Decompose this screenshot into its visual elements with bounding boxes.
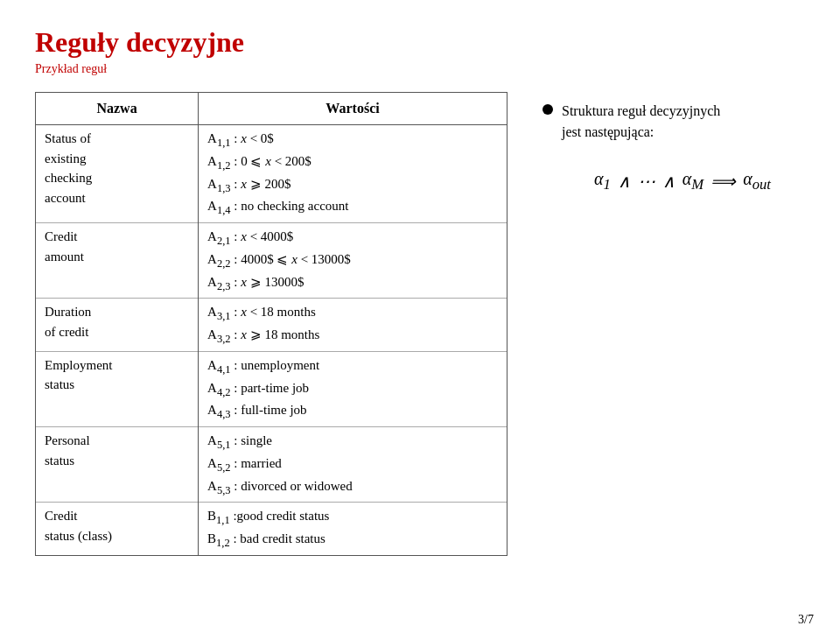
formula-wedge2: ∧ bbox=[662, 171, 676, 192]
table-row-values: B1,1 :good credit statusB1,2 : bad credi… bbox=[199, 503, 507, 555]
table-row-name: Creditamount bbox=[36, 223, 199, 299]
table-row-values: A3,1 : x < 18 monthsA3,2 : x ⩾ 18 months bbox=[199, 299, 507, 352]
right-panel: Struktura reguł decyzyjnych jest następu… bbox=[542, 92, 805, 556]
bullet-text: Struktura reguł decyzyjnych jest następu… bbox=[562, 101, 720, 143]
formula-block: α1 ∧ ⋯ ∧ αM ⟹ αout bbox=[542, 169, 805, 193]
bullet-dot bbox=[542, 104, 553, 115]
table-row-name: Personalstatus bbox=[36, 427, 199, 503]
table-row-values: A1,1 : x < 0$A1,2 : 0 ⩽ x < 200$A1,3 : x… bbox=[199, 125, 507, 223]
col2-header: Wartości bbox=[199, 93, 507, 125]
main-content: Nazwa Wartości Status ofexistingchecking… bbox=[35, 92, 805, 556]
table-row-values: A2,1 : x < 4000$A2,2 : 4000$ ⩽ x < 13000… bbox=[199, 223, 507, 299]
bullet-line2: jest następująca: bbox=[562, 124, 654, 139]
formula-row: α1 ∧ ⋯ ∧ αM ⟹ αout bbox=[560, 169, 805, 193]
formula-alphaout: αout bbox=[743, 169, 771, 193]
page: Reguły decyzyjne Przykład reguł Nazwa Wa… bbox=[0, 0, 840, 640]
formula-alphaM: αM bbox=[682, 169, 704, 193]
formula-alpha1: α1 bbox=[594, 169, 611, 193]
formula-dots: ⋯ bbox=[638, 171, 655, 192]
page-subtitle: Przykład reguł bbox=[35, 62, 805, 76]
bullet-line1: Struktura reguł decyzyjnych bbox=[562, 103, 720, 118]
col1-header: Nazwa bbox=[36, 93, 199, 125]
decision-table: Nazwa Wartości Status ofexistingchecking… bbox=[35, 92, 508, 556]
page-title: Reguły decyzyjne bbox=[35, 26, 805, 59]
table-row-name: Status ofexistingcheckingaccount bbox=[36, 125, 199, 223]
table-row-name: Employmentstatus bbox=[36, 351, 199, 426]
table-row-name: Durationof credit bbox=[36, 299, 199, 352]
page-number: 3/7 bbox=[798, 613, 814, 627]
formula-wedge1: ∧ bbox=[618, 171, 631, 192]
table-row-values: A4,1 : unemploymentA4,2 : part-time jobA… bbox=[199, 351, 507, 426]
table-row-values: A5,1 : singleA5,2 : marriedA5,3 : divorc… bbox=[199, 427, 507, 503]
bullet-point: Struktura reguł decyzyjnych jest następu… bbox=[542, 101, 805, 143]
formula-arrow: ⟹ bbox=[710, 171, 736, 192]
table-row-name: Creditstatus (class) bbox=[36, 503, 199, 555]
